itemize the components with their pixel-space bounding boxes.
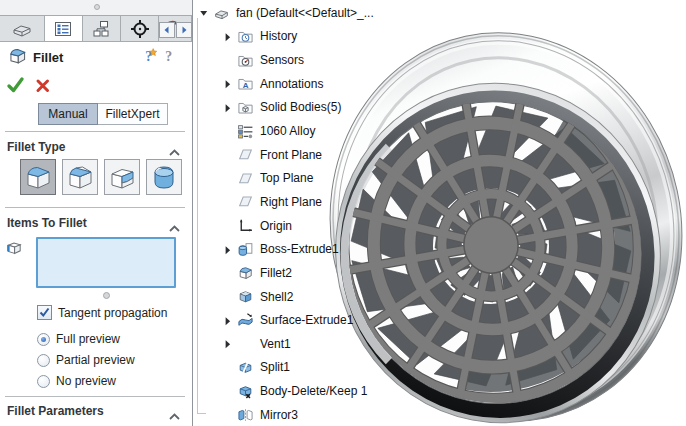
panel-title: Fillet — [33, 50, 63, 65]
divider — [5, 131, 185, 132]
tree-item-label: Top Plane — [256, 171, 313, 185]
boss-extrude-icon — [237, 241, 256, 258]
tree-item-label: Split1 — [256, 360, 290, 374]
tree-item[interactable]: Front Plane — [195, 143, 415, 167]
property-manager-panel: Fillet ? ? Manual FilletXpert Fillet Typ… — [0, 0, 193, 426]
mirror-icon — [237, 406, 256, 423]
tree-item[interactable]: AAnnotations — [195, 72, 415, 96]
tree-item[interactable]: Body-Delete/Keep 1 — [195, 379, 415, 403]
full-preview-radio[interactable] — [37, 333, 50, 346]
tree-item-label: Annotations — [256, 77, 323, 91]
edge-selection-icon — [5, 239, 23, 261]
plane-icon — [237, 193, 256, 210]
fillet-face-button[interactable] — [104, 159, 140, 195]
tree-item-label: History — [256, 29, 297, 43]
splitter-handle[interactable] — [94, 4, 100, 10]
expand-arrow-icon[interactable] — [221, 30, 237, 43]
tangent-propagation-label: Tangent propagation — [52, 306, 167, 320]
folder-history-icon — [237, 28, 256, 45]
tree-item[interactable]: Mirror3 — [195, 403, 415, 426]
tree-item-label: fan (Default<<Default>_... — [232, 6, 374, 20]
expand-arrow-icon[interactable] — [221, 337, 237, 350]
fillet-type-buttons — [20, 159, 182, 195]
expand-arrow-icon[interactable] — [221, 77, 237, 90]
surface-extrude-icon — [237, 312, 256, 329]
tree-item[interactable]: Origin — [195, 214, 415, 238]
fillet-full-round-button[interactable] — [146, 159, 182, 195]
arrow-left-icon — [161, 24, 173, 36]
items-to-fillet-section-header[interactable]: Items To Fillet — [7, 216, 87, 230]
radio-selected-dot — [41, 337, 46, 342]
filletxpert-mode-button[interactable]: FilletXpert — [98, 103, 168, 125]
tab-scroll-left-button[interactable] — [159, 22, 175, 38]
propertymanager-tab[interactable] — [45, 16, 83, 41]
manual-mode-button[interactable]: Manual — [38, 103, 98, 125]
tree-item-label: Mirror3 — [256, 408, 298, 422]
help-icon[interactable]: ? — [162, 47, 177, 68]
configurationmanager-tab[interactable] — [83, 16, 122, 41]
origin-icon — [237, 217, 256, 234]
part-icon — [213, 4, 232, 21]
listbox-resize-handle[interactable] — [103, 292, 110, 299]
partial-preview-radio-row: Partial preview — [37, 353, 135, 367]
tree-item[interactable]: Solid Bodies(5) — [195, 96, 415, 120]
tree-item[interactable]: Sensors — [195, 48, 415, 72]
tree-item[interactable]: Top Plane — [195, 166, 415, 190]
tree-item-label: Boss-Extrude1 — [256, 242, 339, 256]
no-preview-radio[interactable] — [37, 375, 50, 388]
full-preview-radio-row: Full preview — [37, 332, 120, 346]
tree-item-label: Solid Bodies(5) — [256, 100, 341, 114]
tree-item[interactable]: 1060 Alloy — [195, 119, 415, 143]
tree-item[interactable]: Split1 — [195, 356, 415, 380]
checkmark-icon — [39, 307, 50, 318]
fillet-constant-size-button[interactable] — [20, 159, 56, 195]
tab-scroll-right-button[interactable] — [176, 22, 192, 38]
cancel-button[interactable] — [35, 78, 51, 98]
confirm-button[interactable] — [6, 76, 25, 98]
tree-item[interactable]: Right Plane — [195, 190, 415, 214]
folder-solid-icon — [237, 99, 256, 116]
plane-icon — [237, 170, 256, 187]
whats-new-help-icon[interactable]: ? — [142, 47, 159, 68]
tree-item[interactable]: fan (Default<<Default>_... — [195, 1, 415, 25]
tree-item[interactable]: Fillet2 — [195, 261, 415, 285]
tree-item-label: Sensors — [256, 53, 304, 67]
collapse-chevron-icon[interactable] — [168, 407, 181, 425]
expand-arrow-icon[interactable] — [221, 314, 237, 327]
solidworks-window: fan (Default<<Default>_...HistorySensors… — [0, 0, 686, 426]
divider — [5, 207, 185, 208]
tree-item[interactable]: Shell2 — [195, 285, 415, 309]
tree-item[interactable]: Surface-Extrude1 — [195, 308, 415, 332]
body-delete-icon — [237, 383, 256, 400]
expand-arrow-icon[interactable] — [221, 243, 237, 256]
tangent-propagation-checkbox[interactable] — [37, 305, 52, 320]
fillet-parameters-section-header[interactable]: Fillet Parameters — [7, 404, 104, 418]
featuremanager-tab[interactable] — [0, 16, 45, 41]
collapse-chevron-icon[interactable] — [168, 219, 181, 237]
feature-tree: fan (Default<<Default>_...HistorySensors… — [195, 1, 415, 426]
tree-item-label: Right Plane — [256, 195, 322, 209]
plane-icon — [237, 146, 256, 163]
divider — [5, 396, 185, 397]
tree-item-label: Body-Delete/Keep 1 — [256, 384, 367, 398]
edges-selection-listbox[interactable] — [36, 237, 176, 288]
material-icon — [237, 123, 256, 140]
collapse-arrow-icon[interactable] — [197, 6, 213, 19]
expand-arrow-icon[interactable] — [221, 101, 237, 114]
split-icon — [237, 359, 256, 376]
tree-item[interactable]: History — [195, 25, 415, 49]
dimxpertmanager-tab[interactable] — [121, 16, 159, 41]
tree-item-label: Shell2 — [256, 290, 293, 304]
panel-top-strip — [0, 0, 192, 15]
fillet-type-section-header[interactable]: Fillet Type — [7, 140, 65, 154]
arrow-right-icon — [178, 24, 190, 36]
tree-item[interactable]: Vent1 — [195, 332, 415, 356]
svg-text:?: ? — [165, 49, 172, 64]
tree-item-label: Vent1 — [256, 337, 291, 351]
tree-item[interactable]: Boss-Extrude1 — [195, 237, 415, 261]
svg-text:A: A — [243, 81, 249, 90]
fillet-icon — [237, 264, 256, 281]
partial-preview-radio[interactable] — [37, 354, 50, 367]
fillet-feature-icon — [7, 45, 28, 70]
fillet-variable-size-button[interactable] — [62, 159, 98, 195]
